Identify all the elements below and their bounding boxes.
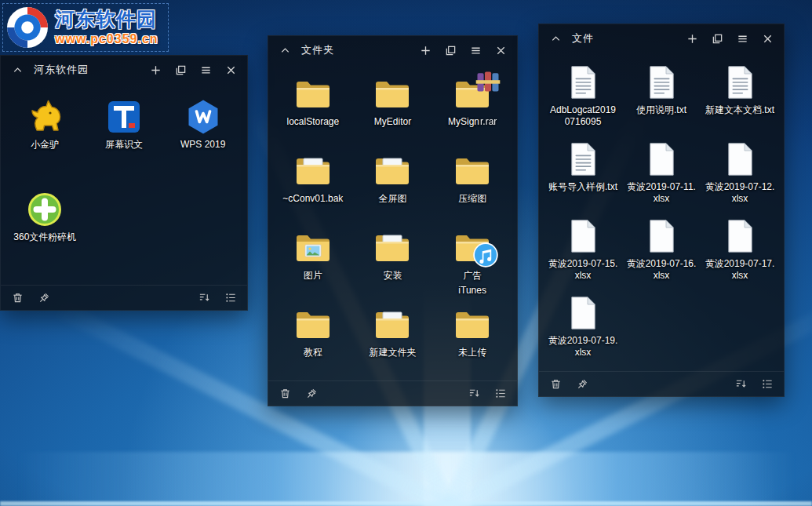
desktop-item[interactable]: 黄波2019-07-15.xlsx [544,209,622,286]
delete-icon[interactable] [548,377,563,391]
item-label: 新建文件夹 [369,347,416,359]
collapse-icon[interactable] [278,43,292,57]
desktop-item[interactable]: 黄波2019-07-19.xlsx [544,286,622,363]
item-label: 安装 [383,270,402,282]
desktop-item[interactable]: 账号导入样例.txt [544,133,622,209]
fence-panel-folders: 文件夹 localStorage MyEditor MyS [268,35,518,406]
file-icon [641,140,682,178]
desktop-item[interactable]: 压缩图 [432,144,512,221]
overlay-item-label: iTunes [458,285,486,297]
desktop-item[interactable]: ~cConv01.bak [273,144,353,221]
panel-footer [539,371,784,396]
item-label: localStorage [286,116,339,128]
desktop-item[interactable]: 360文件粉碎机 [5,180,85,272]
list-view-icon[interactable] [224,291,238,305]
menu-icon[interactable] [735,31,749,46]
desktop-item[interactable]: WPS 2019 [163,87,242,180]
menu-icon[interactable] [468,43,482,57]
item-label: 教程 [304,347,322,359]
desktop-item[interactable]: MyEditor [353,67,433,144]
desktop-item[interactable]: 使用说明.txt [622,56,701,133]
desktop-item[interactable]: MySignr.rar [432,67,512,144]
folder-icon [452,306,493,344]
item-label: 未上传 [458,347,486,359]
item-label: 账号导入样例.txt [548,181,617,193]
pin-icon[interactable] [575,377,589,391]
sort-order-icon[interactable] [734,377,748,391]
panel-title[interactable]: 文件 [572,31,594,46]
folder-icon [293,75,333,113]
file-icon [641,217,682,255]
sort-order-icon[interactable] [197,291,211,305]
app-360-icon [24,191,65,228]
desktop-item[interactable]: 小金驴 [5,87,85,180]
panel-items: AdbLogcat20190716095 使用说明.txt 新建文本文档.txt… [539,53,784,371]
sort-order-icon[interactable] [467,387,481,401]
file-icon [563,217,603,255]
txt-icon [563,140,603,178]
list-view-icon[interactable] [760,377,774,391]
app-screen-text-icon [104,98,144,136]
desktop-item[interactable]: 未上传 [432,298,512,375]
close-icon[interactable] [760,31,774,46]
desktop-item[interactable]: 安装 [353,221,433,298]
close-icon[interactable] [493,43,508,57]
layout-icon[interactable] [443,43,457,57]
folder-icon [452,152,493,190]
add-icon[interactable] [418,43,432,57]
pin-icon[interactable] [37,291,51,305]
pin-icon[interactable] [304,387,319,401]
item-label: 全屏图 [378,193,406,205]
item-label: 黄波2019-07-11.xlsx [626,181,697,205]
desktop-item[interactable]: 屏幕识文 [85,87,164,180]
list-view-icon[interactable] [493,387,508,401]
panel-title[interactable]: 文件夹 [301,43,334,57]
panel-items: 小金驴 屏幕识文 WPS 2019 360文件粉碎机 [1,84,247,285]
panel-header: 河东软件园 [1,56,247,84]
item-label: 黄波2019-07-17.xlsx [705,258,775,282]
close-icon[interactable] [224,63,238,77]
layout-icon[interactable] [710,31,724,46]
item-label: 黄波2019-07-16.xlsx [626,258,697,282]
file-icon [719,140,760,178]
txt-icon [641,64,682,101]
desktop-item[interactable]: 新建文件夹 [353,298,433,375]
desktop-item[interactable]: 黄波2019-07-17.xlsx [701,209,779,286]
desktop-item[interactable]: 图片 [273,221,353,298]
item-label: 黄波2019-07-12.xlsx [705,181,775,205]
folder-icon [372,75,413,113]
file-icon [563,294,603,332]
desktop-item[interactable]: AdbLogcat20190716095 [544,56,622,133]
item-label: MySignr.rar [448,116,497,128]
file-icon [719,217,760,255]
item-label: 黄波2019-07-19.xlsx [548,335,618,359]
item-label: MyEditor [374,116,411,128]
desktop-item[interactable]: 广告iTunes [432,221,512,298]
desktop-item[interactable]: 黄波2019-07-12.xlsx [701,133,779,209]
desktop-item[interactable]: 黄波2019-07-11.xlsx [622,133,701,209]
panel-title[interactable]: 河东软件园 [34,63,89,77]
folder-doc-icon [372,152,413,190]
folder-icon [452,229,493,267]
collapse-icon[interactable] [10,63,24,77]
desktop-item[interactable]: 教程 [273,298,353,375]
folder-icon [452,75,493,113]
add-icon[interactable] [685,31,699,46]
desktop-item[interactable]: 黄波2019-07-16.xlsx [622,209,701,286]
site-url: www.pc0359.cn [55,32,158,46]
item-label: 黄波2019-07-15.xlsx [548,258,618,282]
delete-icon[interactable] [278,387,292,401]
layout-icon[interactable] [173,63,188,77]
folder-image-icon [293,229,333,267]
collapse-icon[interactable] [548,31,563,46]
item-label: 屏幕识文 [105,139,143,151]
desktop: 河东软件园 www.pc0359.cn 河东软件园 小 [0,0,812,506]
desktop-item[interactable]: 新建文本文档.txt [701,56,779,133]
menu-icon[interactable] [198,63,213,77]
delete-icon[interactable] [10,291,24,305]
itunes-icon [472,242,499,268]
site-watermark: 河东软件园 www.pc0359.cn [2,3,169,52]
add-icon[interactable] [148,63,162,77]
desktop-item[interactable]: 全屏图 [353,144,433,221]
desktop-item[interactable]: localStorage [273,67,353,144]
